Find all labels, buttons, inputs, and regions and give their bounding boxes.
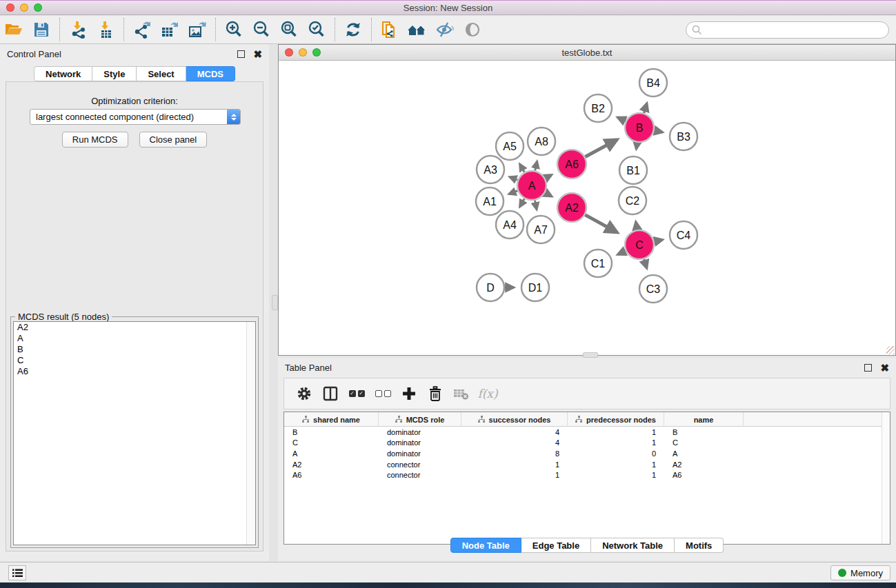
- zoom-selected-button[interactable]: [303, 17, 330, 42]
- memory-button[interactable]: Memory: [830, 565, 890, 580]
- node-A4[interactable]: A4: [496, 211, 524, 239]
- add-row-button[interactable]: [396, 380, 422, 407]
- result-scrollbar[interactable]: [246, 322, 255, 545]
- export-image-button[interactable]: [183, 17, 211, 42]
- delete-row-button[interactable]: [422, 380, 448, 407]
- table-row[interactable]: A2connector11A2: [284, 459, 890, 470]
- tab-node-table[interactable]: Node Table: [450, 538, 521, 553]
- zoom-fit-button[interactable]: [275, 17, 303, 42]
- edge-C-C3[interactable]: [644, 259, 647, 268]
- search-field[interactable]: [686, 21, 889, 39]
- horizontal-splitter-grip[interactable]: [583, 352, 598, 358]
- node-A6[interactable]: A6: [557, 150, 586, 179]
- first-neighbors-button[interactable]: [404, 17, 431, 42]
- node-A3[interactable]: A3: [477, 156, 504, 183]
- table-row[interactable]: A6connector11A6: [284, 469, 890, 480]
- node-B[interactable]: B: [625, 113, 654, 142]
- tab-style[interactable]: Style: [92, 66, 137, 81]
- select-all-button[interactable]: ✓✓: [344, 380, 370, 407]
- node-A5[interactable]: A5: [496, 132, 524, 160]
- edge-A6-B[interactable]: [585, 140, 617, 157]
- node-B1[interactable]: B1: [619, 156, 647, 184]
- table-row[interactable]: Adominator80A: [284, 448, 890, 459]
- deselect-all-button[interactable]: [370, 380, 396, 407]
- tab-network-table[interactable]: Network Table: [591, 538, 675, 553]
- node-C[interactable]: C: [625, 230, 654, 259]
- refresh-layout-button[interactable]: [339, 17, 367, 42]
- tab-mcds[interactable]: MCDS: [186, 66, 235, 81]
- edge-A-A7[interactable]: [535, 201, 537, 210]
- node-A7[interactable]: A7: [527, 216, 555, 243]
- node-B2[interactable]: B2: [584, 94, 612, 122]
- tab-edge-table[interactable]: Edge Table: [521, 538, 591, 553]
- column-header-successor-nodes[interactable]: successor nodes: [461, 412, 568, 427]
- column-header-shared-name[interactable]: shared name: [284, 412, 379, 427]
- edge-C-C1[interactable]: [617, 251, 625, 254]
- node-A8[interactable]: A8: [528, 128, 555, 155]
- edge-A-A1[interactable]: [509, 191, 518, 194]
- zoom-in-button[interactable]: [220, 17, 248, 42]
- edge-C-C2[interactable]: [636, 222, 637, 230]
- open-file-button[interactable]: [0, 17, 28, 42]
- table-row[interactable]: Bdominator41B: [284, 427, 890, 438]
- table-options-button[interactable]: [291, 380, 317, 407]
- export-network-button[interactable]: [128, 17, 156, 42]
- edge-B-B4[interactable]: [644, 103, 646, 113]
- zoom-out-button[interactable]: [248, 17, 275, 42]
- node-C4[interactable]: C4: [670, 221, 697, 249]
- edge-C-C4[interactable]: [654, 240, 662, 242]
- tab-network[interactable]: Network: [34, 66, 92, 81]
- clone-network-button[interactable]: [376, 17, 404, 42]
- close-panel-button[interactable]: Close panel: [139, 132, 208, 148]
- save-session-button[interactable]: [28, 17, 55, 42]
- export-table-button[interactable]: [156, 17, 183, 42]
- edge-A-A8[interactable]: [535, 161, 537, 171]
- show-columns-button[interactable]: [317, 380, 344, 407]
- column-header-MCDS-role[interactable]: MCDS role: [379, 412, 461, 427]
- network-window-titlebar[interactable]: testGlobe.txt: [279, 45, 895, 61]
- edge-A-A6[interactable]: [545, 175, 551, 179]
- result-list-item[interactable]: A: [14, 333, 255, 344]
- result-list-item[interactable]: A6: [14, 366, 255, 377]
- node-A[interactable]: A: [517, 171, 546, 200]
- node-B4[interactable]: B4: [639, 69, 667, 97]
- node-A2[interactable]: A2: [557, 193, 586, 222]
- node-B3[interactable]: B3: [670, 123, 697, 150]
- edge-A-A4[interactable]: [519, 199, 524, 207]
- show-all-button[interactable]: [459, 17, 486, 42]
- import-table-button[interactable]: [92, 17, 119, 42]
- result-list-item[interactable]: A2: [14, 322, 255, 333]
- criterion-dropdown[interactable]: largest connected component (directed): [30, 109, 241, 125]
- close-panel-icon[interactable]: ✖: [253, 50, 262, 58]
- tab-select[interactable]: Select: [137, 66, 186, 81]
- window-resize-grip[interactable]: [886, 346, 895, 354]
- table-scrollbar[interactable]: [882, 412, 890, 544]
- import-network-button[interactable]: [64, 17, 92, 42]
- edge-A-A3[interactable]: [510, 177, 518, 181]
- node-A1[interactable]: A1: [476, 187, 504, 215]
- column-header-predecessor-nodes[interactable]: predecessor nodes: [568, 412, 664, 427]
- table-row[interactable]: Cdominator41C: [284, 438, 890, 449]
- delete-table-button[interactable]: [448, 380, 475, 407]
- run-mcds-button[interactable]: Run MCDS: [62, 132, 128, 148]
- edge-A-A2[interactable]: [545, 193, 551, 196]
- node-D1[interactable]: D1: [521, 274, 549, 301]
- edge-B-B1[interactable]: [636, 143, 637, 149]
- float-panel-icon[interactable]: [237, 50, 245, 58]
- close-table-panel-icon[interactable]: ✖: [880, 364, 889, 372]
- edge-A-A5[interactable]: [519, 164, 524, 172]
- task-history-button[interactable]: [8, 565, 26, 580]
- result-list-item[interactable]: C: [14, 355, 255, 366]
- hide-selected-button[interactable]: [431, 17, 459, 42]
- function-builder-button[interactable]: f(x): [475, 380, 501, 407]
- edge-B-B3[interactable]: [655, 130, 663, 132]
- tab-motifs[interactable]: Motifs: [675, 538, 724, 553]
- float-table-panel-icon[interactable]: [864, 364, 872, 372]
- node-D[interactable]: D: [477, 274, 504, 301]
- node-C3[interactable]: C3: [639, 275, 667, 303]
- search-input[interactable]: [706, 25, 888, 35]
- edge-A2-C[interactable]: [585, 215, 617, 233]
- vertical-splitter-grip[interactable]: [272, 295, 278, 310]
- edge-B-B2[interactable]: [617, 117, 626, 121]
- result-list-item[interactable]: B: [14, 344, 255, 355]
